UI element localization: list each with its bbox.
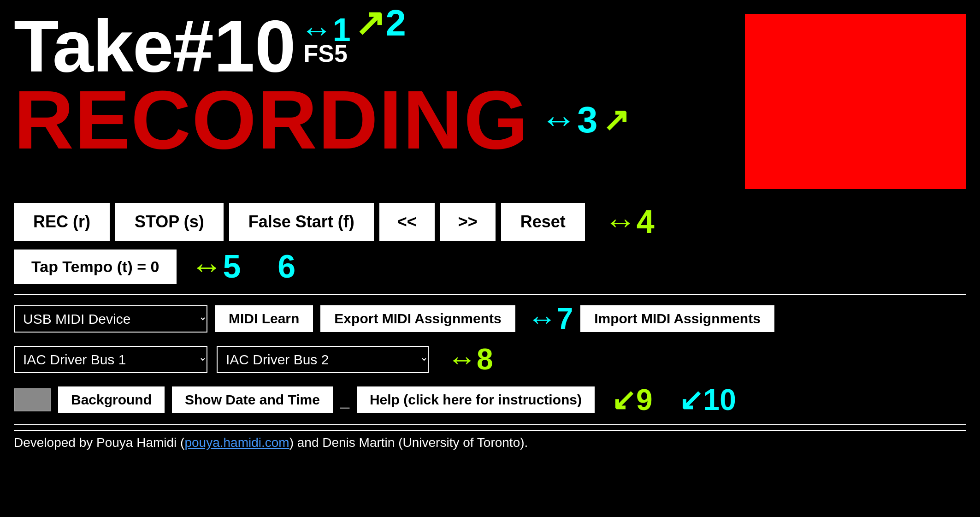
- annotation-6: 6: [277, 248, 295, 285]
- recording-row: RECORDING ↔3 ↗: [14, 78, 731, 161]
- next-button[interactable]: >>: [440, 203, 496, 241]
- midi-learn-button[interactable]: MIDI Learn: [215, 305, 313, 332]
- background-button[interactable]: Background: [58, 386, 165, 413]
- buttons-row: REC (r) STOP (s) False Start (f) << >> R…: [14, 203, 966, 241]
- top-section: Take #10 ↔1 FS5 ↗2 RECORDING ↔3 ↗: [14, 9, 966, 189]
- divider-1: [14, 294, 966, 295]
- bottom-controls-row: Background Show Date and Time _ Help (cl…: [14, 383, 966, 417]
- usb-midi-device-select[interactable]: USB MIDI Device: [14, 305, 207, 333]
- recording-label: RECORDING: [14, 78, 529, 161]
- help-button[interactable]: Help (click here for instructions): [357, 386, 595, 413]
- annotation-4: ↔4: [604, 203, 655, 240]
- separator: _: [340, 390, 349, 410]
- annotation-10: ↙10: [679, 383, 736, 417]
- main-container: Take #10 ↔1 FS5 ↗2 RECORDING ↔3 ↗: [0, 0, 980, 517]
- recording-indicator: [745, 14, 966, 189]
- annotation-5: ↔5: [190, 248, 241, 285]
- color-swatch[interactable]: [14, 388, 51, 411]
- annotation-7: ↔7: [527, 302, 573, 336]
- prev-button[interactable]: <<: [379, 203, 435, 241]
- title-area: Take #10 ↔1 FS5 ↗2 RECORDING ↔3 ↗: [14, 9, 731, 161]
- take-label: Take: [14, 9, 173, 83]
- iac-driver-bus2-select[interactable]: IAC Driver Bus 1 IAC Driver Bus 2: [217, 346, 429, 373]
- false-start-button[interactable]: False Start (f): [229, 203, 374, 241]
- take-number: #10: [173, 9, 296, 83]
- show-datetime-button[interactable]: Show Date and Time: [172, 386, 333, 413]
- stop-button[interactable]: STOP (s): [115, 203, 224, 241]
- annotation-9: ↙9: [611, 383, 653, 417]
- reset-button[interactable]: Reset: [501, 203, 585, 241]
- annotation-1: ↔1: [301, 14, 351, 46]
- midi-row: USB MIDI Device MIDI Learn Export MIDI A…: [14, 302, 966, 336]
- annotation-8: ↔8: [447, 342, 493, 376]
- tap-tempo-button[interactable]: Tap Tempo (t) = 0: [14, 250, 177, 284]
- import-midi-button[interactable]: Import MIDI Assignments: [580, 305, 774, 332]
- footer-link[interactable]: pouya.hamidi.com: [184, 435, 289, 450]
- footer: Developed by Pouya Hamidi (pouya.hamidi.…: [14, 430, 966, 450]
- footer-text-after: ) and Denis Martin (University of Toront…: [289, 435, 528, 450]
- export-midi-button[interactable]: Export MIDI Assignments: [320, 305, 515, 332]
- take-title: Take #10 ↔1 FS5 ↗2: [14, 9, 731, 83]
- rec-button[interactable]: REC (r): [14, 203, 110, 241]
- annotation-3: ↔3: [540, 99, 598, 141]
- divider-2: [14, 424, 966, 425]
- take-suffix-group: ↔1 FS5 ↗2: [301, 14, 351, 65]
- annotation-2: ↗2: [354, 5, 406, 42]
- device-row: IAC Driver Bus 1 IAC Driver Bus 2 IAC Dr…: [14, 342, 966, 376]
- iac-driver-bus1-select[interactable]: IAC Driver Bus 1 IAC Driver Bus 2: [14, 346, 207, 373]
- annotation-3b: ↗: [602, 101, 630, 139]
- tap-tempo-row: Tap Tempo (t) = 0 ↔5 6: [14, 248, 966, 285]
- footer-text-before: Developed by Pouya Hamidi (: [14, 435, 184, 450]
